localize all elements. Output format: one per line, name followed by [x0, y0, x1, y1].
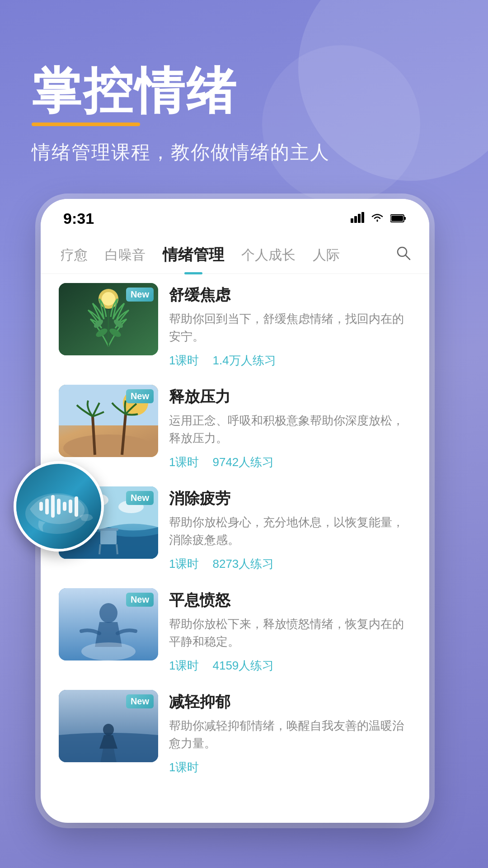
- svg-point-36: [103, 724, 114, 736]
- course-item-3[interactable]: New 消除疲劳 帮助你放松身心，充分地休息，以恢复能量，消除疲惫感。 1课时 …: [59, 486, 411, 572]
- status-time: 9:31: [63, 210, 94, 227]
- course-item-5[interactable]: New 减轻抑郁 帮助你减轻抑郁情绪，唤醒自我友善的温暖治愈力量。 1课时: [59, 690, 411, 775]
- course-desc-3: 帮助你放松身心，充分地休息，以恢复能量，消除疲惫感。: [169, 514, 411, 549]
- tab-growth[interactable]: 个人成长: [239, 242, 297, 268]
- course-students-1: 1.4万人练习: [212, 353, 276, 368]
- course-desc-1: 帮助你回到当下，舒缓焦虑情绪，找回内在的安宁。: [169, 310, 411, 345]
- svg-line-9: [405, 255, 410, 259]
- header-subtitle: 情绪管理课程，教你做情绪的主人: [32, 140, 456, 165]
- wave-bar-2: [45, 499, 49, 514]
- course-info-5: 减轻抑郁 帮助你减轻抑郁情绪，唤醒自我友善的温暖治愈力量。 1课时: [169, 690, 411, 775]
- course-meta-1: 1课时 1.4万人练习: [169, 353, 411, 368]
- svg-line-28: [117, 544, 117, 554]
- course-item-2[interactable]: New 释放压力 运用正念、呼吸和积极意象帮助你深度放松，释放压力。 1课时 9…: [59, 385, 411, 470]
- course-lessons-1: 1课时: [169, 353, 199, 368]
- svg-rect-3: [358, 214, 361, 223]
- tab-emotion[interactable]: 情绪管理: [161, 241, 226, 269]
- new-badge-3: New: [126, 491, 154, 505]
- course-item-1[interactable]: New 舒缓焦虑 帮助你回到当下，舒缓焦虑情绪，找回内在的安宁。 1课时 1.4…: [59, 283, 411, 368]
- course-title-4: 平息愤怒: [169, 590, 411, 611]
- course-students-4: 4159人练习: [212, 658, 274, 674]
- audio-player[interactable]: [14, 461, 104, 552]
- tab-whitenoise[interactable]: 白噪音: [103, 242, 147, 268]
- svg-rect-1: [351, 218, 353, 223]
- course-lessons-2: 1课时: [169, 454, 199, 470]
- course-info-4: 平息愤怒 帮助你放松下来，释放愤怒情绪，恢复内在的平静和稳定。 1课时 4159…: [169, 588, 411, 674]
- wave-bar-3: [51, 495, 55, 518]
- course-meta-4: 1课时 4159人练习: [169, 658, 411, 674]
- course-meta-2: 1课时 9742人练习: [169, 454, 411, 470]
- course-thumb-2: New: [59, 385, 158, 457]
- wave-bar-5: [63, 502, 66, 511]
- wave-bar-6: [69, 500, 72, 513]
- svg-rect-2: [354, 216, 357, 223]
- course-meta-5: 1课时: [169, 760, 411, 775]
- course-info-2: 释放压力 运用正念、呼吸和积极意象帮助你深度放松，释放压力。 1课时 9742人…: [169, 385, 411, 470]
- new-badge-1: New: [126, 288, 154, 302]
- course-students-3: 8273人练习: [212, 556, 274, 572]
- new-badge-4: New: [126, 593, 154, 607]
- course-desc-4: 帮助你放松下来，释放愤怒情绪，恢复内在的平静和稳定。: [169, 615, 411, 651]
- tab-healing[interactable]: 疗愈: [59, 242, 89, 268]
- course-thumb-4: New: [59, 588, 158, 660]
- title-bold: 掌控: [32, 63, 135, 118]
- course-info-3: 消除疲劳 帮助你放松身心，充分地休息，以恢复能量，消除疲惫感。 1课时 8273…: [169, 486, 411, 572]
- svg-point-34: [81, 642, 136, 660]
- wave-bar-7: [75, 496, 78, 517]
- svg-point-12: [102, 292, 115, 306]
- header-underline: [32, 123, 140, 126]
- course-thumb-5: New: [59, 690, 158, 762]
- status-bar: 9:31: [41, 199, 429, 232]
- signal-icon: [351, 212, 364, 226]
- new-badge-5: New: [126, 694, 154, 708]
- title-normal: 情绪: [135, 63, 238, 118]
- course-lessons-5: 1课时: [169, 760, 199, 775]
- audio-waveform: [39, 495, 78, 518]
- phone-container: 9:31: [41, 199, 488, 868]
- svg-point-33: [99, 603, 117, 623]
- search-button[interactable]: [396, 245, 411, 264]
- battery-icon: [390, 212, 407, 226]
- svg-rect-26: [100, 531, 117, 544]
- svg-rect-4: [361, 212, 364, 223]
- course-info-1: 舒缓焦虑 帮助你回到当下，舒缓焦虑情绪，找回内在的安宁。 1课时 1.4万人练习: [169, 283, 411, 368]
- course-students-2: 9742人练习: [212, 454, 274, 470]
- status-icons: [351, 212, 407, 226]
- course-lessons-4: 1课时: [169, 658, 199, 674]
- header-title: 掌控情绪: [32, 63, 456, 118]
- new-badge-2: New: [126, 389, 154, 403]
- header: 掌控情绪 情绪管理课程，教你做情绪的主人: [0, 0, 488, 192]
- svg-rect-7: [391, 216, 403, 221]
- course-thumb-1: New: [59, 283, 158, 355]
- course-title-1: 舒缓焦虑: [169, 285, 411, 306]
- course-meta-3: 1课时 8273人练习: [169, 556, 411, 572]
- svg-rect-6: [404, 217, 406, 220]
- nav-tabs: 疗愈 白噪音 情绪管理 个人成长 人际: [41, 232, 429, 274]
- wave-bar-1: [39, 502, 43, 511]
- course-lessons-3: 1课时: [169, 556, 199, 572]
- course-desc-5: 帮助你减轻抑郁情绪，唤醒自我友善的温暖治愈力量。: [169, 717, 411, 752]
- course-list: New 舒缓焦虑 帮助你回到当下，舒缓焦虑情绪，找回内在的安宁。 1课时 1.4…: [41, 274, 429, 801]
- wifi-icon: [371, 212, 384, 226]
- svg-line-27: [99, 544, 100, 554]
- wave-bar-4: [57, 499, 61, 514]
- course-desc-2: 运用正念、呼吸和积极意象帮助你深度放松，释放压力。: [169, 412, 411, 447]
- course-title-3: 消除疲劳: [169, 488, 411, 509]
- course-title-2: 释放压力: [169, 387, 411, 407]
- course-item-4[interactable]: New 平息愤怒 帮助你放松下来，释放愤怒情绪，恢复内在的平静和稳定。 1课时 …: [59, 588, 411, 674]
- tab-social[interactable]: 人际: [311, 242, 342, 268]
- course-title-5: 减轻抑郁: [169, 692, 411, 712]
- audio-player-bg: [16, 464, 101, 549]
